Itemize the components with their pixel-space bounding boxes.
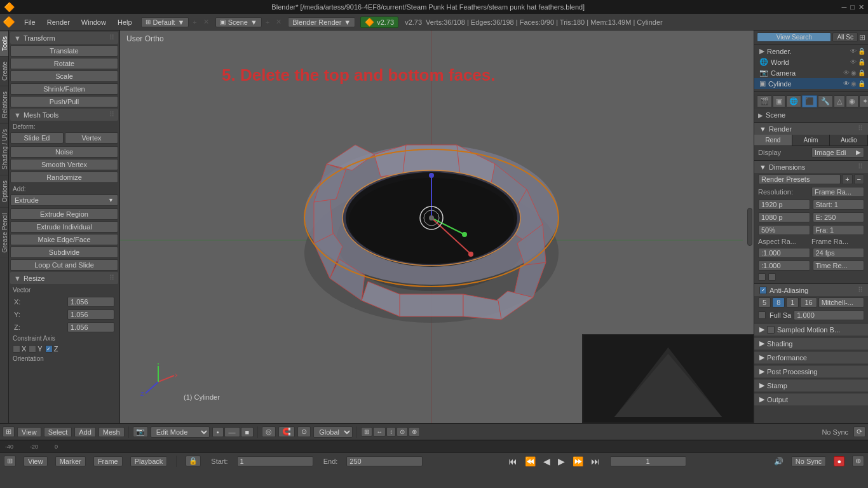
prop-data-icon[interactable]: △	[834, 95, 845, 107]
play-start-btn[interactable]: ⏮	[508, 456, 517, 466]
display-value-rp[interactable]: Image Edi ▶	[811, 147, 864, 158]
lock4-icon[interactable]: 🔒	[858, 80, 865, 87]
transform-header[interactable]: ▼ Transform ⠿	[10, 32, 118, 44]
end-val-sb[interactable]: 250	[346, 456, 423, 466]
presets-remove[interactable]: −	[854, 174, 864, 184]
scene-selector[interactable]: ▣ Scene ▼	[215, 17, 262, 27]
start-val-rp[interactable]: Start: 1	[813, 200, 865, 210]
status-frame-btn[interactable]: Frame	[93, 456, 123, 466]
resize-header[interactable]: ▼ Resize ⠿	[10, 272, 118, 284]
aspect-x-val[interactable]: :1.000	[758, 248, 810, 258]
vertex-select-btn[interactable]: •	[212, 427, 224, 437]
tab-rend[interactable]: Rend	[754, 135, 792, 146]
tab-grease[interactable]: Grease Pencil	[0, 207, 8, 258]
expand-icon-rp[interactable]: ⊞	[859, 33, 865, 42]
play-btn[interactable]: ▶	[558, 456, 565, 466]
time-re-val[interactable]: Time Re...	[813, 261, 865, 271]
prop-render-icon[interactable]: 🎬	[757, 95, 772, 107]
record-icon[interactable]: ⊕	[852, 456, 864, 466]
current-frame[interactable]: 1	[610, 456, 686, 466]
tool-icon-5[interactable]: ⊕	[409, 427, 420, 437]
status-icon[interactable]: ⊞	[4, 456, 16, 466]
proportional-icon[interactable]: ◎	[262, 426, 276, 437]
prop-obj-icon[interactable]: ⬛	[802, 95, 817, 107]
vertex-btn[interactable]: Vertex	[65, 132, 118, 144]
tab-anim[interactable]: Anim	[792, 135, 831, 146]
output-header[interactable]: ▶ Output	[754, 393, 868, 405]
scale-btn[interactable]: Scale	[10, 71, 118, 82]
performance-header[interactable]: ▶ Performance	[754, 351, 868, 363]
scene-item-camera[interactable]: 📷 Camera 👁 ◉ 🔒	[754, 67, 868, 78]
scene-item-world[interactable]: 🌐 World 👁 🔒	[754, 57, 868, 67]
all-btn-rp[interactable]: All Sc	[832, 32, 858, 42]
sampled-header[interactable]: ▶ Sampled Motion B...	[754, 323, 868, 336]
aa-enable-cb[interactable]	[759, 287, 767, 294]
snap-icon[interactable]: 🧲	[278, 426, 295, 437]
viewport-icon2[interactable]: 📷	[133, 426, 148, 437]
play-end-btn[interactable]: ⏭	[591, 456, 600, 466]
presets-add[interactable]: +	[842, 174, 852, 184]
prop-scene-icon[interactable]: ▣	[773, 95, 785, 107]
sync-sb-icon[interactable]: No Sync	[791, 456, 827, 466]
filter-val[interactable]: Mitchell-...	[818, 297, 864, 308]
start-val-sb[interactable]: 1	[237, 456, 313, 466]
shrink-btn[interactable]: Shrink/Fatten	[10, 83, 118, 95]
post-processing-header[interactable]: ▶ Post Processing	[754, 365, 868, 377]
prop-mod-icon[interactable]: 🔧	[818, 95, 833, 107]
eye4-icon[interactable]: 👁	[843, 80, 850, 87]
sync-icon[interactable]: ⟳	[853, 426, 865, 437]
tool-icon-3[interactable]: ↕	[386, 427, 396, 437]
translate-btn[interactable]: Translate	[10, 45, 118, 57]
tab-relations[interactable]: Relations	[0, 86, 8, 123]
menu-help[interactable]: Help	[112, 17, 137, 27]
aa-16-btn[interactable]: 16	[800, 297, 817, 308]
y-value[interactable]: 1.056	[67, 309, 114, 320]
prop-part-icon[interactable]: ✦	[859, 95, 868, 107]
stamp-header[interactable]: ▶ Stamp	[754, 379, 868, 391]
x-value[interactable]: 1.056	[67, 297, 114, 307]
audio-icon[interactable]: 🔊	[774, 457, 783, 466]
keying-icon[interactable]: ●	[834, 456, 844, 466]
eye3-icon[interactable]: 👁	[843, 69, 850, 76]
randomize-btn[interactable]: Randomize	[10, 172, 118, 183]
tool-icon-4[interactable]: ⊙	[397, 427, 408, 437]
slide-ed-btn[interactable]: Slide Ed	[10, 132, 64, 144]
make-edge-face-btn[interactable]: Make Edge/Face	[10, 234, 118, 245]
viewport[interactable]: User Ortho 5. Delete the top and bottom …	[120, 30, 754, 423]
push-pull-btn[interactable]: Push/Pull	[10, 96, 118, 107]
window-controls[interactable]: ─ □ ✕	[842, 3, 864, 11]
aa-8-btn[interactable]: 8	[772, 297, 785, 308]
view-menu-btn[interactable]: View	[17, 427, 41, 437]
extrude-region-btn[interactable]: Extrude Region	[10, 208, 118, 220]
lock3-icon[interactable]: 🔒	[858, 69, 865, 76]
view-btn-rp[interactable]: View Search	[757, 32, 831, 42]
subdivide-btn[interactable]: Subdivide	[10, 247, 118, 258]
res-y-val[interactable]: 1080 p	[758, 212, 810, 222]
tab-tools[interactable]: Tools	[0, 30, 8, 56]
extrude-individual-btn[interactable]: Extrude Individual	[10, 221, 118, 233]
percent-val[interactable]: 50%	[758, 225, 810, 235]
lock-range-icon[interactable]: 🔒	[186, 456, 201, 466]
minimize-btn[interactable]: ─	[842, 3, 847, 11]
layout-selector[interactable]: ⊞ Default ▼	[141, 17, 189, 27]
prev-frame-btn[interactable]: ⏪	[525, 456, 536, 466]
edge-select-btn[interactable]: —	[224, 427, 240, 437]
menu-window[interactable]: Window	[76, 17, 111, 27]
engine-selector[interactable]: Blender Render ▼	[288, 17, 355, 27]
lock-icon[interactable]: 🔒	[858, 48, 865, 55]
restrict-icon[interactable]: ◉	[851, 69, 857, 76]
tool-icon-1[interactable]: ⊞	[361, 427, 372, 437]
mesh-menu-btn[interactable]: Mesh	[98, 427, 125, 437]
eye-icon[interactable]: 👁	[850, 48, 857, 55]
status-playback-btn[interactable]: Playback	[130, 456, 168, 466]
menu-render[interactable]: Render	[42, 17, 75, 27]
tab-options[interactable]: Options	[0, 175, 8, 207]
transform-orientation[interactable]: Global Local	[313, 426, 353, 438]
shading-header[interactable]: ▶ Shading	[754, 337, 868, 349]
scene-item-render[interactable]: ▶ Render. 👁 🔒	[754, 46, 868, 57]
face-select-btn[interactable]: ■	[241, 427, 254, 437]
viewport-type-icon[interactable]: ⊞	[3, 426, 15, 437]
aa-5-btn[interactable]: 5	[758, 297, 771, 308]
restrict2-icon[interactable]: ◉	[851, 80, 857, 87]
aa-header[interactable]: Anti-Aliasing ⠿	[754, 284, 868, 296]
